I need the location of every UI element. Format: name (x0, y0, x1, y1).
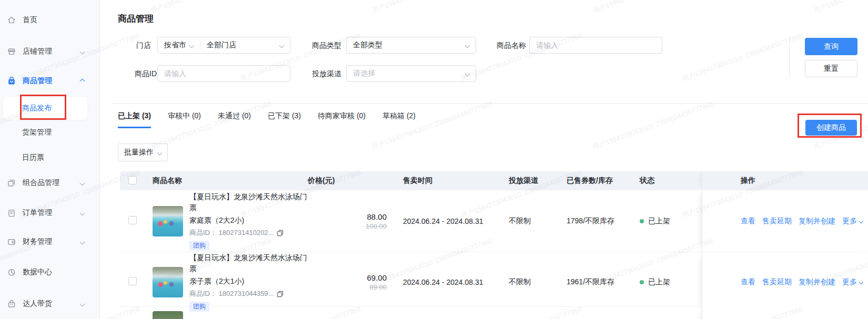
row-checkbox[interactable] (128, 216, 137, 224)
section-divider (112, 103, 868, 104)
column-header-channel: 投放渠道 (509, 176, 567, 186)
sidebar-item-label: 货架管理 (22, 128, 52, 137)
page-title: 商品管理 (118, 13, 154, 25)
sidebar-item-finance-management[interactable]: 财务管理 (0, 229, 100, 254)
store-mode-value[interactable]: 按省市 (164, 40, 186, 50)
extend-sale-link[interactable]: 售卖延期 (762, 217, 792, 226)
store-select[interactable]: 按省市 全部门店 (157, 37, 290, 54)
filter-actions-divider (789, 38, 790, 78)
product-title: 【夏日玩水】龙泉沙滩天然水泳场门票 (189, 252, 308, 274)
sidebar-item-influencer-sales[interactable]: 达人带货 (0, 291, 100, 316)
tab-on-shelf[interactable]: 已上架 (3) (118, 111, 151, 128)
chevron-down-icon (279, 43, 285, 48)
clipboard-icon (7, 208, 16, 218)
group-buy-tag: 团购 (189, 241, 209, 251)
current-price: 69.00 (367, 273, 387, 282)
product-subtitle: 家庭票（2大2小) (189, 215, 308, 226)
sale-time: 2024.06.24 - 2024.08.31 (392, 217, 509, 225)
create-product-button[interactable]: 创建商品 (805, 120, 857, 136)
original-price: 108.00 (366, 222, 387, 230)
view-link[interactable]: 查看 (741, 277, 755, 287)
sidebar-item-label: 财务管理 (23, 237, 52, 246)
sold-stock-value: 1961/不限库存 (567, 277, 640, 287)
batch-operations-button[interactable]: 批量操作 (118, 143, 168, 161)
store-filter-label: 门店 (100, 37, 151, 54)
product-type-value: 全部类型 (353, 40, 382, 50)
product-id-input[interactable] (157, 65, 290, 82)
sidebar-item-home[interactable]: 首页 (0, 7, 100, 33)
row-checkbox[interactable] (128, 277, 137, 285)
more-link[interactable]: 更多 (842, 277, 863, 287)
sidebar-item-data-center[interactable]: 数据中心 (0, 260, 100, 285)
sale-time: 2024.06.24 - 2024.08.31 (392, 278, 509, 286)
channel-value: 不限制 (509, 217, 567, 226)
sidebar-item-store-management[interactable]: 店铺管理 (0, 39, 100, 64)
search-button[interactable]: 查询 (805, 38, 857, 55)
chevron-down-icon (859, 280, 863, 284)
channel-select[interactable]: 请选择 (346, 65, 476, 82)
storefront-icon (7, 47, 16, 56)
product-management-page: 首页 店铺管理 商品管理 商品发布 货架管理 日历票 (0, 0, 868, 319)
chevron-down-icon (80, 239, 85, 244)
tab-merchant-review[interactable]: 待商家审核 (0) (318, 111, 366, 128)
table-row-partial (120, 307, 868, 319)
extend-sale-link[interactable]: 售卖延期 (762, 277, 792, 287)
main-content: 商品管理 门店 按省市 全部门店 商品类型 全部类型 商品名称 商品ID 投放渠… (100, 0, 868, 319)
store-value: 全部门店 (207, 40, 236, 50)
product-name-input[interactable] (529, 37, 662, 54)
sidebar: 首页 店铺管理 商品管理 商品发布 货架管理 日历票 (0, 0, 100, 319)
chevron-down-icon (859, 219, 863, 223)
copy-icon[interactable] (277, 230, 284, 236)
sidebar-item-label: 达人带货 (23, 299, 52, 308)
sidebar-item-product-publish[interactable]: 商品发布 (0, 97, 100, 120)
select-all-checkbox[interactable] (128, 176, 137, 184)
current-price: 88.00 (367, 212, 387, 221)
tab-off-shelf[interactable]: 已下架 (3) (268, 111, 301, 128)
chevron-down-icon (80, 210, 85, 215)
column-header-time: 售卖时间 (392, 176, 509, 186)
column-header-price: 价格(元) (308, 176, 392, 186)
status-badge: 已上架 (648, 217, 670, 226)
chevron-up-icon (80, 78, 85, 84)
sidebar-item-calendar-ticket[interactable]: 日历票 (0, 146, 100, 169)
column-header-sold: 已售券数/库存 (567, 176, 640, 186)
product-title: 【夏日玩水】龙泉沙滩天然水泳场门票 (189, 191, 308, 213)
product-name-label: 商品名称 (473, 37, 526, 54)
home-icon (7, 15, 16, 25)
more-link[interactable]: 更多 (842, 217, 863, 226)
product-type-select[interactable]: 全部类型 (346, 37, 476, 54)
chevron-down-icon (465, 71, 470, 76)
sidebar-item-combo-management[interactable]: 组合品管理 (0, 170, 100, 195)
tab-drafts[interactable]: 草稿箱 (2) (382, 111, 416, 128)
tab-in-review[interactable]: 审核中 (0) (168, 111, 201, 128)
product-id: 商品ID： 1802731044359... (189, 289, 274, 299)
chevron-down-icon (189, 43, 195, 48)
product-id: 商品ID： 1802731410202... (189, 228, 274, 238)
sidebar-item-product-management[interactable]: 商品管理 (0, 68, 100, 94)
copy-icon[interactable] (277, 291, 284, 297)
product-thumbnail (153, 311, 183, 319)
chevron-down-icon (80, 180, 85, 186)
copy-create-link[interactable]: 复制并创建 (799, 277, 835, 287)
sidebar-item-label: 店铺管理 (23, 47, 52, 56)
column-header-actions: 操作 (702, 171, 868, 190)
channel-placeholder: 请选择 (353, 69, 375, 78)
status-dot (640, 219, 644, 223)
sidebar-item-order-management[interactable]: 订单管理 (0, 200, 100, 225)
view-link[interactable]: 查看 (741, 217, 755, 226)
reset-button[interactable]: 重置 (805, 60, 857, 77)
copy-create-link[interactable]: 复制并创建 (799, 217, 835, 226)
wallet-icon (7, 237, 16, 246)
sidebar-item-label: 组合品管理 (23, 178, 59, 188)
product-type-label: 商品类型 (295, 37, 341, 54)
chevron-down-icon (157, 150, 163, 155)
status-dot (640, 280, 644, 284)
product-thumbnail (153, 267, 183, 297)
column-header-name: 商品名称 (153, 176, 308, 186)
tab-rejected[interactable]: 未通过 (0) (218, 111, 251, 128)
sidebar-item-label: 数据中心 (23, 267, 52, 277)
product-subtitle: 亲子票（2大1小) (189, 276, 308, 287)
sidebar-item-shelf-management[interactable]: 货架管理 (0, 121, 100, 144)
combo-boxes-icon (7, 178, 16, 188)
original-price: 89.00 (369, 283, 387, 291)
